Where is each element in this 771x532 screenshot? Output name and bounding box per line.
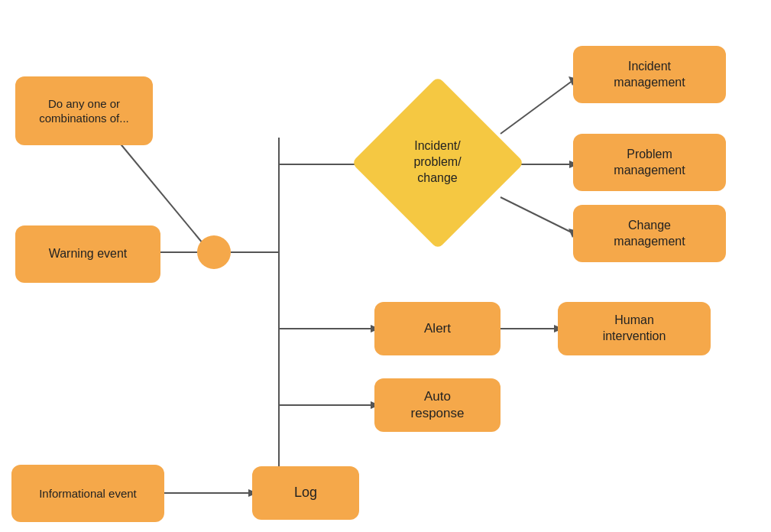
change-mgmt-box: Changemanagement [573,205,726,262]
merge-circle [197,235,231,269]
svg-line-11 [501,197,573,233]
informational-event-box: Informational event [11,465,164,522]
diagram: Do any one or combinations of... Warning… [0,0,771,532]
log-box: Log [252,466,359,520]
svg-line-7 [501,80,573,134]
combinations-box: Do any one or combinations of... [15,76,153,145]
incident-mgmt-box: Incidentmanagement [573,46,726,103]
human-intervention-box: Humanintervention [558,302,711,355]
problem-mgmt-box: Problemmanagement [573,134,726,191]
diamond-container: Incident/problem/change [374,99,501,225]
warning-event-box: Warning event [15,225,160,283]
alert-box: Alert [374,302,501,355]
auto-response-box: Autoresponse [374,378,501,432]
incident-diamond-label: Incident/problem/change [377,102,499,224]
